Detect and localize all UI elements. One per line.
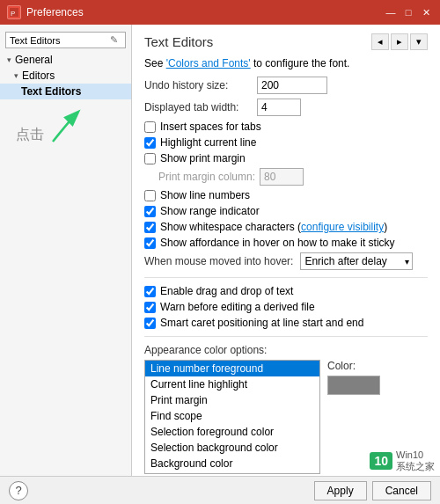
highlight-row: Highlight current line [144, 136, 428, 149]
sidebar: ✎ ▾ General ▾ Editors Text Editors [0, 25, 132, 476]
warn-editing-checkbox[interactable] [144, 302, 156, 313]
sidebar-item-editors[interactable]: ▾ Editors [0, 68, 131, 84]
tab-width-row: Displayed tab width: [144, 99, 428, 116]
sidebar-search-box[interactable]: ✎ [5, 32, 126, 48]
hover-select-wrapper[interactable]: Enrich after delay Enrich immediately Ne… [300, 252, 413, 270]
range-indicator-row: Show range indicator [144, 205, 428, 217]
hover-row: When mouse moved into hover: Enrich afte… [144, 252, 428, 270]
highlight-label: Highlight current line [160, 136, 256, 149]
print-margin-label: Show print margin [160, 152, 246, 164]
smart-caret-row: Smart caret positioning at line start an… [144, 317, 428, 329]
app-icon: P [7, 5, 21, 19]
color-swatch[interactable] [327, 376, 380, 395]
hover-label: When mouse moved into hover: [144, 255, 293, 267]
print-margin-row: Show print margin [144, 152, 428, 164]
help-button[interactable]: ? [9, 481, 28, 500]
color-item-bg[interactable]: Background color [145, 456, 319, 471]
hover-select[interactable]: Enrich after delay Enrich immediately Ne… [300, 252, 413, 270]
color-item-fg[interactable]: Foreground color [145, 471, 319, 474]
affordance-label: Show affordance in hover on how to make … [160, 237, 395, 249]
sidebar-item-text-editors[interactable]: Text Editors [0, 84, 131, 99]
drag-drop-label: Enable drag and drop of text [160, 285, 293, 297]
range-indicator-label: Show range indicator [160, 205, 260, 217]
color-item-sel-bg[interactable]: Selection background color [145, 440, 319, 456]
color-label: Color: [327, 360, 356, 372]
nav-back-button[interactable]: ◂ [371, 33, 389, 50]
line-numbers-label: Show line numbers [160, 189, 250, 201]
print-margin-checkbox[interactable] [144, 153, 156, 164]
insert-spaces-checkbox[interactable] [144, 121, 156, 133]
close-button[interactable]: ✕ [419, 5, 433, 19]
sidebar-search-input[interactable] [10, 35, 110, 46]
insert-spaces-row: Insert spaces for tabs [144, 121, 428, 133]
highlight-checkbox[interactable] [144, 137, 156, 149]
config-text: See [144, 57, 166, 69]
color-picker-area: Color: [327, 360, 380, 395]
bottom-bar: ? Apply Cancel [0, 476, 440, 504]
color-list-row: Line number foreground Current line high… [144, 360, 428, 474]
nav-down-button[interactable]: ▾ [410, 33, 428, 50]
annotation-click-text: 点击 [16, 126, 44, 144]
expand-icon: ▾ [7, 55, 11, 64]
window-controls: — □ ✕ [384, 5, 433, 19]
content-panel: Text Editors ◂ ▸ ▾ See 'Colors and Fonts… [132, 25, 440, 476]
content-title: Text Editors [144, 34, 213, 49]
whitespace-checkbox[interactable] [144, 222, 156, 233]
color-item-sel-fg[interactable]: Selection foreground color [145, 424, 319, 440]
main-container: ✎ ▾ General ▾ Editors Text Editors [0, 25, 440, 476]
maximize-button[interactable]: □ [401, 5, 415, 19]
color-item-print-margin[interactable]: Print margin [145, 392, 319, 408]
svg-text:P: P [11, 10, 15, 17]
smart-caret-label: Smart caret positioning at line start an… [160, 317, 363, 329]
undo-input[interactable] [257, 77, 327, 94]
drag-drop-checkbox[interactable] [144, 286, 156, 297]
config-suffix: to configure the font. [251, 57, 350, 69]
color-item-current-line[interactable]: Current line highlight [145, 376, 319, 392]
print-margin-col-row: Print margin column: [144, 168, 428, 186]
apply-button[interactable]: Apply [314, 481, 367, 500]
configure-visibility-link[interactable]: configure visibility [301, 221, 384, 233]
whitespace-row: Show whitespace characters (configure vi… [144, 221, 428, 233]
affordance-checkbox[interactable] [144, 237, 156, 249]
expand-icon-editors: ▾ [14, 71, 18, 80]
color-item-line-number[interactable]: Line number foreground [145, 361, 319, 376]
undo-label: Undo history size: [144, 79, 250, 91]
editors-label: Editors [22, 69, 55, 82]
cancel-button[interactable]: Cancel [372, 481, 431, 500]
search-edit-icon: ✎ [110, 34, 118, 46]
line-numbers-checkbox[interactable] [144, 190, 156, 201]
smart-caret-checkbox[interactable] [144, 318, 156, 329]
print-margin-col-label: Print margin column: [158, 171, 255, 183]
color-item-find-scope[interactable]: Find scope [145, 408, 319, 424]
sidebar-item-general[interactable]: ▾ General [0, 52, 131, 68]
window-title: Preferences [26, 6, 84, 18]
whitespace-text: Show whitespace characters [160, 221, 295, 233]
whitespace-label: Show whitespace characters (configure vi… [160, 221, 387, 233]
minimize-button[interactable]: — [384, 5, 398, 19]
print-margin-col-input [260, 168, 304, 186]
divider [144, 277, 428, 278]
drag-drop-row: Enable drag and drop of text [144, 285, 428, 297]
content-header: Text Editors ◂ ▸ ▾ [144, 33, 428, 50]
color-options-label: Appearance color options: [144, 344, 428, 356]
range-indicator-checkbox[interactable] [144, 206, 156, 217]
colors-fonts-link[interactable]: 'Colors and Fonts' [166, 57, 251, 69]
insert-spaces-label: Insert spaces for tabs [160, 121, 261, 133]
affordance-row: Show affordance in hover on how to make … [144, 237, 428, 249]
general-label: General [15, 54, 53, 66]
text-editors-label: Text Editors [21, 85, 81, 98]
color-list[interactable]: Line number foreground Current line high… [144, 360, 320, 474]
content-nav: ◂ ▸ ▾ [371, 33, 428, 50]
title-bar: P Preferences — □ ✕ [0, 0, 440, 25]
tab-input[interactable] [257, 99, 301, 116]
config-font-row: See 'Colors and Fonts' to configure the … [144, 57, 428, 69]
tab-label: Displayed tab width: [144, 101, 250, 113]
divider-2 [144, 336, 428, 337]
warn-editing-label: Warn before editing a derived file [160, 301, 315, 313]
line-numbers-row: Show line numbers [144, 189, 428, 201]
nav-forward-button[interactable]: ▸ [391, 33, 408, 50]
undo-history-row: Undo history size: [144, 77, 428, 94]
bottom-right-buttons: Apply Cancel [314, 481, 431, 500]
warn-editing-row: Warn before editing a derived file [144, 301, 428, 313]
